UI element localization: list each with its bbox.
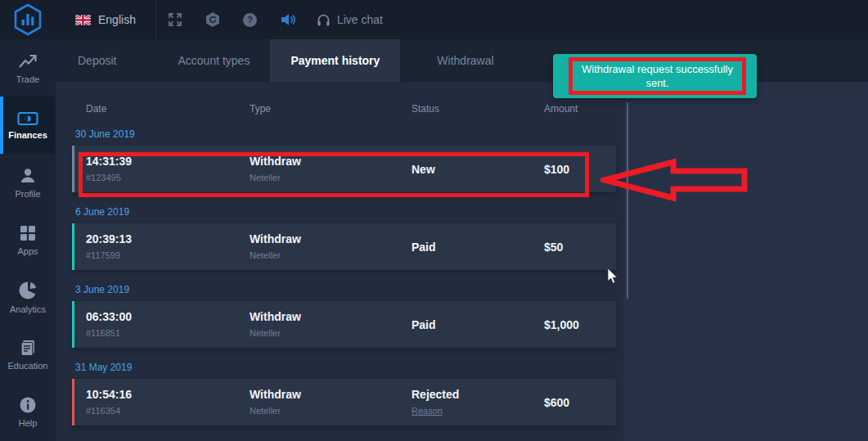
- group-date-label: 30 June 2019: [75, 128, 623, 142]
- amount-cell: $1,000: [544, 317, 616, 332]
- date-group: 6 June 2019 20:39:13 #117599 Withdraw Ne…: [56, 206, 623, 270]
- date-group: 3 June 2019 06:33:00 #116851 Withdraw Ne…: [56, 284, 623, 348]
- help-button[interactable]: ?: [232, 12, 269, 28]
- documents-icon: [19, 339, 37, 357]
- live-chat-label: Live chat: [337, 13, 383, 26]
- row-time: 20:39:13: [86, 232, 250, 246]
- sidebar-item-education[interactable]: Education: [0, 326, 56, 383]
- platform-logo[interactable]: [0, 2, 56, 37]
- amount-cell: $50: [544, 240, 616, 254]
- status-cell: Paid: [412, 317, 544, 332]
- amount-cell: $600: [544, 395, 616, 410]
- arrow-annotation-icon: [600, 159, 749, 201]
- row-id: #117599: [86, 250, 250, 262]
- mouse-cursor-icon: [607, 268, 618, 285]
- row-amount: $600: [544, 395, 616, 410]
- toast-notification: Withdrawal request successfully sent.: [553, 54, 757, 98]
- row-highlight-box: [79, 152, 589, 197]
- sidebar-item-label: Help: [19, 418, 38, 428]
- column-header-date: Date: [86, 103, 250, 115]
- group-date-label: 6 June 2019: [75, 206, 623, 219]
- speaker-icon: [280, 12, 296, 27]
- tab-payment-history[interactable]: Payment history: [270, 39, 400, 82]
- row-status: Rejected: [412, 387, 544, 402]
- sidebar-item-apps[interactable]: Apps: [0, 211, 56, 268]
- sidebar-item-help[interactable]: Help: [0, 383, 56, 440]
- app-window: English: [0, 0, 868, 441]
- uk-flag-icon: [75, 15, 91, 25]
- row-amount: $1,000: [544, 317, 616, 332]
- tab-deposit[interactable]: Deposit: [57, 39, 137, 82]
- reason-link[interactable]: Reason: [412, 405, 544, 417]
- pie-chart-icon: [18, 281, 38, 300]
- row-amount: $50: [544, 240, 616, 254]
- date-cell: 10:54:16 #116354: [86, 387, 250, 417]
- main-area: Deposit Account types Payment history Wi…: [56, 39, 868, 441]
- status-cell: Rejected Reason: [412, 387, 544, 417]
- headset-icon: [317, 13, 331, 27]
- table-row[interactable]: 06:33:00 #116851 Withdraw Neteller Paid …: [72, 301, 616, 348]
- date-group: 31 May 2019 10:54:16 #116354 Withdraw Ne…: [56, 362, 623, 425]
- fullscreen-button[interactable]: [156, 12, 194, 27]
- right-empty-panel: [623, 82, 868, 441]
- sidebar-item-profile[interactable]: Profile: [0, 154, 56, 211]
- language-label: English: [98, 13, 136, 26]
- row-method: Neteller: [250, 250, 412, 262]
- sidebar-item-label: Finances: [8, 130, 47, 140]
- hexagon-barchart-logo-icon: [11, 2, 45, 37]
- group-date-label: 3 June 2019: [75, 284, 623, 297]
- date-cell: 20:39:13 #117599: [86, 232, 250, 262]
- column-header-type: Type: [250, 103, 412, 115]
- type-cell: Withdraw Neteller: [250, 232, 412, 262]
- column-header-status: Status: [412, 103, 544, 115]
- status-cell: Paid: [412, 240, 544, 254]
- apps-grid-icon: [19, 224, 37, 242]
- sidebar-item-label: Apps: [17, 246, 38, 256]
- type-cell: Withdraw Neteller: [250, 309, 412, 340]
- table-row[interactable]: 10:54:16 #116354 Withdraw Neteller Rejec…: [72, 379, 616, 425]
- fullscreen-icon: [168, 12, 182, 27]
- row-id: #116354: [86, 405, 250, 417]
- live-chat-button[interactable]: Live chat: [317, 13, 383, 27]
- svg-text:?: ?: [248, 15, 254, 25]
- sidebar-item-label: Trade: [16, 74, 39, 84]
- sidebar-item-label: Education: [8, 361, 48, 371]
- row-id: #116851: [86, 327, 250, 340]
- person-icon: [19, 167, 37, 185]
- table-row[interactable]: 20:39:13 #117599 Withdraw Neteller Paid …: [72, 223, 616, 270]
- info-icon: [19, 396, 37, 414]
- toast-message: Withdrawal request successfully sent.: [573, 62, 742, 90]
- sidebar-item-finances[interactable]: Finances: [0, 97, 56, 154]
- question-icon: ?: [242, 12, 258, 28]
- language-selector[interactable]: English: [75, 13, 136, 26]
- trend-up-icon: [18, 52, 38, 70]
- tab-withdrawal[interactable]: Withdrawal: [416, 39, 514, 82]
- group-date-label: 31 May 2019: [75, 362, 623, 375]
- hexagon-refresh-icon: [205, 11, 221, 28]
- tab-account-types[interactable]: Account types: [157, 39, 270, 82]
- toast-highlight-box: Withdrawal request successfully sent.: [569, 57, 746, 95]
- sidebar-item-trade[interactable]: Trade: [0, 39, 56, 97]
- row-type: Withdraw: [250, 387, 412, 402]
- column-header-amount: Amount: [544, 103, 623, 115]
- payment-history-table: Date Type Status Amount 30 June 2019 14:…: [56, 82, 623, 425]
- payment-history-content: Date Type Status Amount 30 June 2019 14:…: [56, 82, 868, 441]
- date-cell: 06:33:00 #116851: [86, 309, 250, 340]
- row-status: Paid: [412, 317, 544, 332]
- topbar-icon-group: ? Live chat: [156, 11, 383, 28]
- sidebar-item-analytics[interactable]: Analytics: [0, 268, 56, 326]
- row-method: Neteller: [250, 405, 412, 417]
- sound-button[interactable]: [269, 12, 307, 27]
- row-status: Paid: [412, 240, 544, 254]
- sidebar-item-label: Profile: [15, 189, 40, 199]
- sidebar-nav: Trade Finances Profile Apps: [0, 39, 56, 441]
- tournaments-button[interactable]: [194, 11, 232, 28]
- row-type: Withdraw: [250, 232, 412, 246]
- row-time: 06:33:00: [86, 309, 250, 324]
- table-header-row: Date Type Status Amount: [56, 103, 623, 115]
- sidebar-item-label: Analytics: [10, 304, 46, 314]
- type-cell: Withdraw Neteller: [250, 387, 412, 417]
- row-type: Withdraw: [250, 309, 412, 324]
- top-bar: English: [0, 0, 868, 39]
- row-time: 10:54:16: [86, 387, 250, 402]
